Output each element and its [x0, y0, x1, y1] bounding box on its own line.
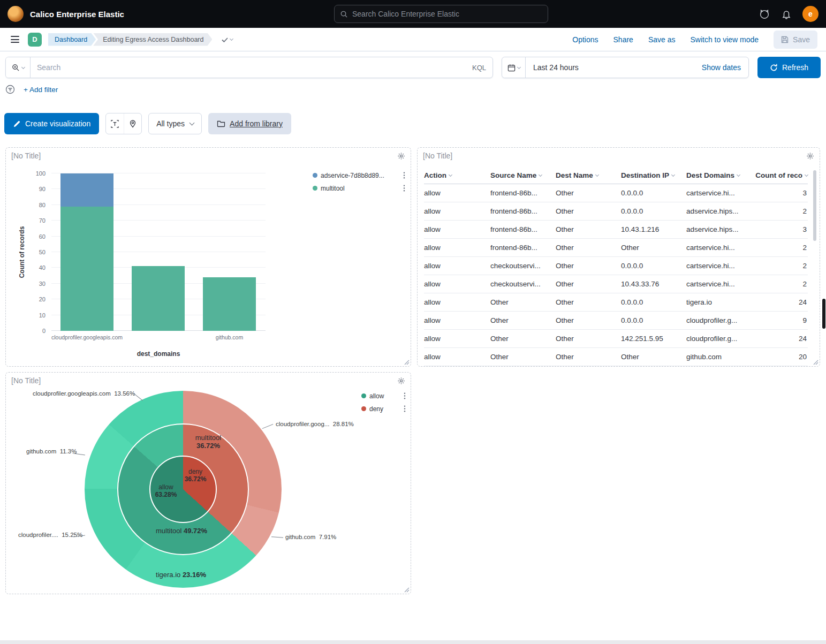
- table-cell: Other: [556, 316, 621, 324]
- data-table-panel: [No Title] ActionSource NameDest NameDes…: [417, 147, 820, 367]
- table-row[interactable]: allowOtherOther0.0.0.0tigera.io24: [424, 293, 808, 312]
- bar-y-ticks: 0102030405060708090100: [26, 173, 46, 331]
- table-cell: 10.43.1.216: [621, 225, 686, 233]
- alerts-icon[interactable]: [781, 9, 792, 19]
- global-search[interactable]: [334, 5, 548, 23]
- table-row[interactable]: allowOtherOther142.251.5.95cloudprofiler…: [424, 330, 808, 348]
- create-visualization-button[interactable]: Create visualization: [4, 113, 99, 134]
- resize-handle[interactable]: [404, 360, 410, 365]
- show-dates-link[interactable]: Show dates: [702, 63, 748, 72]
- resize-handle[interactable]: [813, 360, 819, 365]
- legend-item[interactable]: adservice-7d8b8d89...: [313, 171, 407, 179]
- user-avatar[interactable]: e: [802, 6, 819, 22]
- legend-item[interactable]: deny: [361, 405, 407, 413]
- panel-settings-icon[interactable]: [396, 376, 406, 388]
- saved-check-icon[interactable]: [221, 35, 233, 44]
- legend-item[interactable]: allow: [361, 392, 407, 400]
- table-cell: adservice.hips...: [686, 207, 752, 215]
- column-header[interactable]: Action: [424, 171, 490, 179]
- bar-chart-panel: [No Title] Count of records 010203040506…: [5, 147, 411, 367]
- table-cell: allow: [424, 207, 490, 215]
- refresh-button[interactable]: Refresh: [757, 57, 821, 78]
- column-header[interactable]: Dest Name: [556, 171, 621, 179]
- column-header-label: Dest Domains: [686, 171, 734, 179]
- column-header-label: Dest Name: [556, 171, 593, 179]
- slice-label: multitool36.72%: [195, 434, 221, 450]
- table-row[interactable]: allowfrontend-86b...Other0.0.0.0adservic…: [424, 202, 808, 221]
- column-header[interactable]: Count of reco: [752, 171, 808, 179]
- table-cell: 9: [752, 316, 808, 324]
- table-cell: allow: [424, 225, 490, 233]
- table-cell: Other: [490, 316, 556, 324]
- slice-label: deny36.72%: [185, 468, 207, 483]
- table-cell: Other: [556, 189, 621, 197]
- switch-view-link[interactable]: Switch to view mode: [690, 35, 759, 44]
- x-tick-text: github.com: [216, 334, 243, 340]
- table-cell: cartservice.hi...: [686, 262, 752, 270]
- resize-handle[interactable]: [404, 587, 410, 593]
- legend-item[interactable]: multitool: [313, 184, 407, 192]
- table-row[interactable]: allowOtherOther0.0.0.0cloudprofiler.g...…: [424, 312, 808, 330]
- bar-segment[interactable]: [60, 207, 113, 331]
- page-scrollbar-thumb[interactable]: [822, 299, 825, 329]
- menu-icon[interactable]: [9, 34, 21, 45]
- saved-query-menu-button[interactable]: [6, 57, 31, 78]
- column-header[interactable]: Dest Domains: [686, 171, 752, 179]
- table-cell: Other: [556, 262, 621, 270]
- calico-dashboard-app: Calico Enterprise Elastic e D Dashboard …: [0, 0, 826, 644]
- table-cell: 3: [752, 189, 808, 197]
- calendar-button[interactable]: [502, 57, 526, 78]
- table-row[interactable]: allowfrontend-86b...OtherOthercartservic…: [424, 239, 808, 257]
- breadcrumb-dashboard[interactable]: Dashboard: [48, 33, 96, 46]
- kql-label[interactable]: KQL: [466, 64, 492, 72]
- save-button[interactable]: Save: [774, 31, 817, 49]
- panel-settings-icon[interactable]: [805, 151, 815, 163]
- global-search-input[interactable]: [352, 10, 542, 18]
- bar-segment[interactable]: [60, 173, 113, 207]
- share-link[interactable]: Share: [613, 35, 633, 44]
- legend-options-icon[interactable]: [401, 184, 407, 192]
- kql-search-control: KQL: [5, 57, 493, 78]
- table-cell: Other: [490, 298, 556, 306]
- table-cell: allow: [424, 280, 490, 288]
- map-panel-button[interactable]: [124, 113, 141, 134]
- kql-search-input[interactable]: [31, 57, 466, 78]
- legend-options-icon[interactable]: [402, 405, 407, 413]
- calico-cloud-icon[interactable]: [759, 8, 770, 20]
- legend-label: allow: [369, 392, 399, 400]
- table-row[interactable]: allowfrontend-86b...Other0.0.0.0cartserv…: [424, 184, 808, 202]
- create-visualization-label: Create visualization: [25, 119, 90, 128]
- table-cell: allow: [424, 335, 490, 343]
- text-panel-button[interactable]: [106, 113, 124, 134]
- table-row[interactable]: allowcheckoutservi...Other0.0.0.0cartser…: [424, 257, 808, 275]
- options-link[interactable]: Options: [572, 35, 598, 44]
- all-types-dropdown[interactable]: All types: [148, 113, 202, 134]
- legend-color-dot: [361, 393, 366, 398]
- filter-icon[interactable]: [5, 85, 15, 94]
- table-cell: 20: [752, 353, 808, 361]
- refresh-icon: [770, 64, 778, 72]
- column-header[interactable]: Source Name: [490, 171, 556, 179]
- dashboard-app-icon[interactable]: D: [28, 33, 42, 47]
- table-cell: allow: [424, 244, 490, 252]
- bar-segment[interactable]: [132, 266, 185, 331]
- bar-segment[interactable]: [203, 277, 256, 331]
- table-row[interactable]: allowOtherOtherOthergithub.com20: [424, 348, 808, 366]
- legend-options-icon[interactable]: [401, 171, 407, 179]
- table-row[interactable]: allowfrontend-86b...Other10.43.1.216adse…: [424, 221, 808, 239]
- column-header[interactable]: Destination IP: [621, 171, 686, 179]
- y-tick-label: 50: [39, 249, 46, 255]
- add-filter-link[interactable]: + Add filter: [24, 86, 58, 94]
- column-header-label: Destination IP: [621, 171, 669, 179]
- table-cell: Other: [556, 225, 621, 233]
- time-range-label[interactable]: Last 24 hours: [526, 63, 586, 72]
- callout-line: [133, 393, 143, 400]
- add-from-library-button[interactable]: Add from library: [208, 113, 291, 134]
- table-row[interactable]: allowcheckoutservi...Other10.43.33.76car…: [424, 275, 808, 293]
- table-scrollbar[interactable]: [813, 170, 816, 241]
- horizontal-scrollbar-track[interactable]: [0, 640, 826, 644]
- legend-options-icon[interactable]: [402, 392, 407, 400]
- legend-label: multitool: [321, 185, 398, 192]
- save-as-link[interactable]: Save as: [648, 35, 676, 44]
- panel-settings-icon[interactable]: [396, 151, 406, 163]
